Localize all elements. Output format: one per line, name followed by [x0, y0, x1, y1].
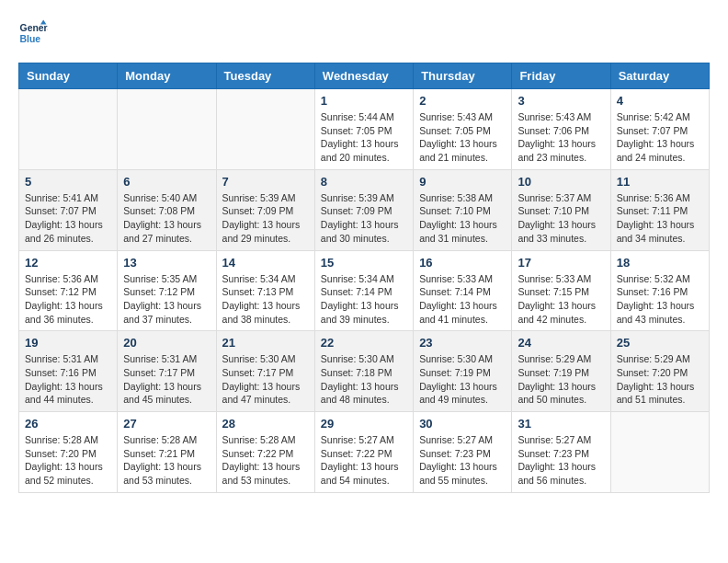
calendar-day-cell: 31Sunrise: 5:27 AMSunset: 7:23 PMDayligh… [512, 412, 610, 493]
day-number: 23 [419, 336, 506, 350]
day-number: 24 [518, 336, 604, 350]
day-number: 15 [321, 256, 407, 270]
day-number: 6 [123, 175, 210, 189]
calendar-day-cell: 20Sunrise: 5:31 AMSunset: 7:17 PMDayligh… [118, 331, 216, 412]
calendar-day-cell: 8Sunrise: 5:39 AMSunset: 7:09 PMDaylight… [314, 169, 413, 250]
weekday-header-cell: Friday [512, 63, 610, 89]
day-info: Sunrise: 5:39 AMSunset: 7:09 PMDaylight:… [321, 191, 407, 246]
calendar-day-cell: 4Sunrise: 5:42 AMSunset: 7:07 PMDaylight… [610, 89, 709, 170]
calendar-week-row: 26Sunrise: 5:28 AMSunset: 7:20 PMDayligh… [19, 412, 710, 493]
day-number: 21 [222, 336, 309, 350]
calendar-day-cell: 21Sunrise: 5:30 AMSunset: 7:17 PMDayligh… [216, 331, 314, 412]
day-info: Sunrise: 5:43 AMSunset: 7:06 PMDaylight:… [518, 110, 604, 165]
day-info: Sunrise: 5:34 AMSunset: 7:14 PMDaylight:… [321, 272, 407, 327]
day-number: 4 [617, 94, 703, 108]
day-number: 29 [321, 417, 407, 431]
day-number: 11 [617, 175, 703, 189]
weekday-header-row: SundayMondayTuesdayWednesdayThursdayFrid… [19, 63, 710, 89]
calendar-day-cell: 29Sunrise: 5:27 AMSunset: 7:22 PMDayligh… [314, 412, 413, 493]
calendar-week-row: 19Sunrise: 5:31 AMSunset: 7:16 PMDayligh… [19, 331, 710, 412]
calendar-day-cell: 17Sunrise: 5:33 AMSunset: 7:15 PMDayligh… [512, 250, 610, 331]
svg-text:General: General [20, 23, 48, 33]
day-number: 2 [419, 94, 506, 108]
day-info: Sunrise: 5:33 AMSunset: 7:15 PMDaylight:… [518, 272, 604, 327]
day-info: Sunrise: 5:41 AMSunset: 7:07 PMDaylight:… [25, 191, 111, 246]
day-info: Sunrise: 5:38 AMSunset: 7:10 PMDaylight:… [419, 191, 506, 246]
day-info: Sunrise: 5:28 AMSunset: 7:21 PMDaylight:… [123, 433, 210, 488]
day-number: 16 [419, 256, 506, 270]
calendar-day-cell: 10Sunrise: 5:37 AMSunset: 7:10 PMDayligh… [512, 169, 610, 250]
day-info: Sunrise: 5:30 AMSunset: 7:17 PMDaylight:… [222, 352, 309, 407]
calendar-day-cell: 28Sunrise: 5:28 AMSunset: 7:22 PMDayligh… [216, 412, 314, 493]
weekday-header-cell: Monday [118, 63, 216, 89]
day-info: Sunrise: 5:43 AMSunset: 7:05 PMDaylight:… [419, 110, 506, 165]
day-number: 9 [419, 175, 506, 189]
day-number: 8 [321, 175, 407, 189]
day-info: Sunrise: 5:30 AMSunset: 7:18 PMDaylight:… [321, 352, 407, 407]
day-number: 19 [25, 336, 111, 350]
calendar-day-cell: 27Sunrise: 5:28 AMSunset: 7:21 PMDayligh… [118, 412, 216, 493]
logo-icon: General Blue [18, 18, 48, 48]
calendar-table: SundayMondayTuesdayWednesdayThursdayFrid… [18, 63, 710, 493]
day-info: Sunrise: 5:30 AMSunset: 7:19 PMDaylight:… [419, 352, 506, 407]
day-info: Sunrise: 5:27 AMSunset: 7:23 PMDaylight:… [518, 433, 604, 488]
calendar-week-row: 12Sunrise: 5:36 AMSunset: 7:12 PMDayligh… [19, 250, 710, 331]
calendar-day-cell: 3Sunrise: 5:43 AMSunset: 7:06 PMDaylight… [512, 89, 610, 170]
calendar-day-cell: 9Sunrise: 5:38 AMSunset: 7:10 PMDaylight… [414, 169, 512, 250]
day-info: Sunrise: 5:31 AMSunset: 7:17 PMDaylight:… [123, 352, 210, 407]
calendar-day-cell: 30Sunrise: 5:27 AMSunset: 7:23 PMDayligh… [414, 412, 512, 493]
calendar-week-row: 5Sunrise: 5:41 AMSunset: 7:07 PMDaylight… [19, 169, 710, 250]
calendar-day-cell: 2Sunrise: 5:43 AMSunset: 7:05 PMDaylight… [414, 89, 512, 170]
day-info: Sunrise: 5:34 AMSunset: 7:13 PMDaylight:… [222, 272, 309, 327]
weekday-header-cell: Sunday [19, 63, 118, 89]
day-number: 1 [321, 94, 407, 108]
day-number: 26 [25, 417, 111, 431]
svg-marker-2 [40, 20, 46, 25]
calendar-body: 1Sunrise: 5:44 AMSunset: 7:05 PMDaylight… [19, 89, 710, 493]
day-number: 25 [617, 336, 703, 350]
day-number: 12 [25, 256, 111, 270]
calendar-day-cell: 25Sunrise: 5:29 AMSunset: 7:20 PMDayligh… [610, 331, 709, 412]
day-info: Sunrise: 5:44 AMSunset: 7:05 PMDaylight:… [321, 110, 407, 165]
calendar-day-cell [610, 412, 709, 493]
calendar-day-cell [118, 89, 216, 170]
calendar-day-cell: 7Sunrise: 5:39 AMSunset: 7:09 PMDaylight… [216, 169, 314, 250]
day-info: Sunrise: 5:29 AMSunset: 7:19 PMDaylight:… [518, 352, 604, 407]
day-info: Sunrise: 5:28 AMSunset: 7:20 PMDaylight:… [25, 433, 111, 488]
calendar-day-cell: 18Sunrise: 5:32 AMSunset: 7:16 PMDayligh… [610, 250, 709, 331]
calendar-day-cell: 1Sunrise: 5:44 AMSunset: 7:05 PMDaylight… [314, 89, 413, 170]
calendar-day-cell: 19Sunrise: 5:31 AMSunset: 7:16 PMDayligh… [19, 331, 118, 412]
calendar-day-cell: 11Sunrise: 5:36 AMSunset: 7:11 PMDayligh… [610, 169, 709, 250]
day-number: 22 [321, 336, 407, 350]
day-info: Sunrise: 5:36 AMSunset: 7:12 PMDaylight:… [25, 272, 111, 327]
day-number: 10 [518, 175, 604, 189]
calendar-day-cell: 16Sunrise: 5:33 AMSunset: 7:14 PMDayligh… [414, 250, 512, 331]
day-number: 30 [419, 417, 506, 431]
day-info: Sunrise: 5:39 AMSunset: 7:09 PMDaylight:… [222, 191, 309, 246]
day-number: 18 [617, 256, 703, 270]
calendar-day-cell: 22Sunrise: 5:30 AMSunset: 7:18 PMDayligh… [314, 331, 413, 412]
day-info: Sunrise: 5:35 AMSunset: 7:12 PMDaylight:… [123, 272, 210, 327]
calendar-week-row: 1Sunrise: 5:44 AMSunset: 7:05 PMDaylight… [19, 89, 710, 170]
weekday-header-cell: Saturday [610, 63, 709, 89]
day-info: Sunrise: 5:36 AMSunset: 7:11 PMDaylight:… [617, 191, 703, 246]
weekday-header-cell: Thursday [414, 63, 512, 89]
day-number: 20 [123, 336, 210, 350]
day-info: Sunrise: 5:27 AMSunset: 7:23 PMDaylight:… [419, 433, 506, 488]
calendar-day-cell [216, 89, 314, 170]
day-number: 13 [123, 256, 210, 270]
day-number: 7 [222, 175, 309, 189]
svg-text:Blue: Blue [20, 34, 41, 44]
day-info: Sunrise: 5:37 AMSunset: 7:10 PMDaylight:… [518, 191, 604, 246]
calendar-day-cell: 24Sunrise: 5:29 AMSunset: 7:19 PMDayligh… [512, 331, 610, 412]
calendar-day-cell: 14Sunrise: 5:34 AMSunset: 7:13 PMDayligh… [216, 250, 314, 331]
day-info: Sunrise: 5:32 AMSunset: 7:16 PMDaylight:… [617, 272, 703, 327]
day-info: Sunrise: 5:28 AMSunset: 7:22 PMDaylight:… [222, 433, 309, 488]
day-info: Sunrise: 5:33 AMSunset: 7:14 PMDaylight:… [419, 272, 506, 327]
day-info: Sunrise: 5:42 AMSunset: 7:07 PMDaylight:… [617, 110, 703, 165]
calendar-day-cell: 12Sunrise: 5:36 AMSunset: 7:12 PMDayligh… [19, 250, 118, 331]
day-number: 27 [123, 417, 210, 431]
calendar-day-cell: 13Sunrise: 5:35 AMSunset: 7:12 PMDayligh… [118, 250, 216, 331]
calendar-day-cell: 6Sunrise: 5:40 AMSunset: 7:08 PMDaylight… [118, 169, 216, 250]
day-number: 14 [222, 256, 309, 270]
